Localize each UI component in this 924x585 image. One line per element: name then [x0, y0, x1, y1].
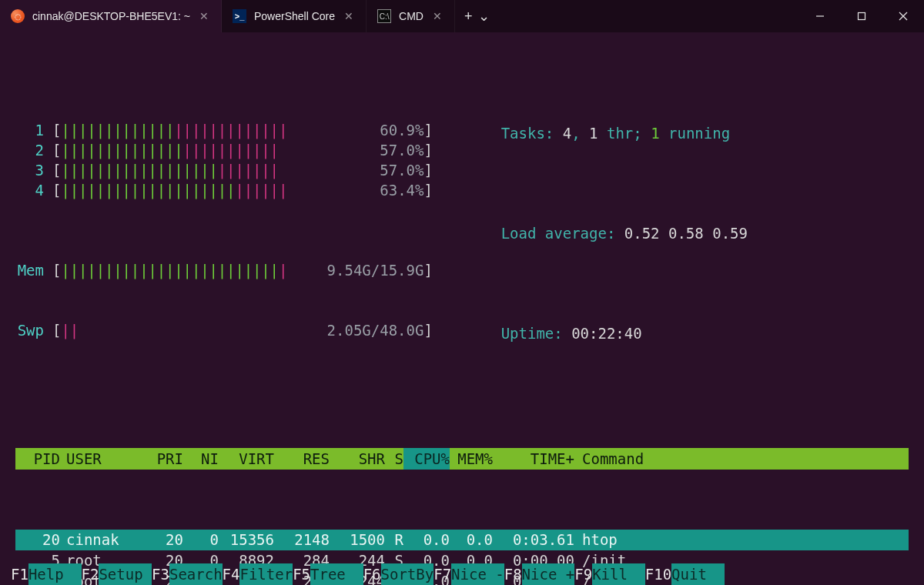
fkey-f8[interactable]: F8: [504, 563, 522, 585]
cpu-pct: 57.0%: [288, 140, 424, 160]
cpu-id: 3: [15, 160, 52, 180]
fkey-f1[interactable]: F1: [11, 563, 28, 585]
fkey-f2[interactable]: F2: [82, 563, 99, 585]
tab-powershell[interactable]: >_ PowerShell Core ✕: [222, 0, 367, 32]
close-icon[interactable]: ✕: [431, 10, 444, 22]
fkey-label[interactable]: Search: [169, 563, 223, 585]
fkey-f7[interactable]: F7: [434, 563, 451, 585]
fkey-label[interactable]: SortBy: [381, 563, 434, 585]
tab-ubuntu[interactable]: ◌ cinnak@DESKTOP-BHE5EV1: ~ ✕: [0, 0, 222, 32]
uptime: 00:22:40: [571, 325, 642, 342]
tab-label: CMD: [399, 10, 424, 22]
fkey-label[interactable]: Setup: [99, 563, 152, 585]
col-time[interactable]: TIME+: [493, 448, 574, 470]
fkey-f6[interactable]: F6: [363, 563, 381, 585]
close-button[interactable]: [882, 0, 924, 32]
mem-value: 9.54G/15.9G: [288, 260, 424, 280]
uptime-label: Uptime:: [501, 325, 572, 342]
running-count: 1: [651, 125, 659, 142]
fkey-label[interactable]: Tree: [310, 563, 363, 585]
fkey-label[interactable]: Help: [28, 563, 82, 585]
col-res[interactable]: RES: [274, 448, 330, 470]
col-shr[interactable]: SHR: [330, 448, 385, 470]
col-pid[interactable]: PID: [15, 448, 60, 470]
cpu-pct: 57.0%: [288, 160, 424, 180]
powershell-icon: >_: [233, 9, 246, 23]
tab-label: PowerShell Core: [254, 10, 335, 22]
fkey-label[interactable]: Nice +: [522, 563, 575, 585]
maximize-button[interactable]: [841, 0, 882, 32]
new-tab-button[interactable]: + ⌄: [455, 0, 500, 32]
plus-icon: +: [464, 9, 473, 23]
tasks-count: 4: [563, 125, 571, 142]
fkey-f9[interactable]: F9: [574, 563, 592, 585]
fkey-label[interactable]: Quit: [671, 563, 725, 585]
fkey-f3[interactable]: F3: [152, 563, 169, 585]
mem-label: Mem: [15, 260, 52, 280]
system-info: Tasks: 4, 1 thr; 1 running Load average:…: [448, 63, 748, 403]
col-cpu[interactable]: CPU%: [403, 448, 450, 470]
tab-label: cinnak@DESKTOP-BHE5EV1: ~: [32, 10, 190, 22]
col-user[interactable]: USER: [60, 448, 137, 470]
chevron-down-icon[interactable]: ⌄: [478, 9, 490, 23]
fkey-f5[interactable]: F5: [293, 563, 310, 585]
fkey-f4[interactable]: F4: [223, 563, 240, 585]
swp-label: Swp: [15, 320, 52, 340]
close-icon[interactable]: ✕: [343, 10, 355, 22]
terminal-output[interactable]: 1[||||||||||||||||||||||||||60.9%]2[||||…: [0, 32, 924, 585]
load-label: Load average:: [501, 225, 624, 242]
cpu-id: 1: [15, 120, 52, 140]
cmd-icon: C:\: [377, 9, 391, 23]
col-virt[interactable]: VIRT: [219, 448, 274, 470]
tasks-label: Tasks:: [501, 125, 563, 142]
tab-cmd[interactable]: C:\ CMD ✕: [367, 0, 455, 32]
cpu-id: 2: [15, 140, 52, 160]
col-pri[interactable]: PRI: [137, 448, 183, 470]
col-mem[interactable]: MEM%: [450, 448, 493, 470]
col-cmd[interactable]: Command: [574, 448, 909, 470]
minimize-button[interactable]: [799, 0, 841, 32]
cpu-pct: 63.4%: [288, 180, 424, 200]
thread-count: 1: [589, 125, 598, 142]
titlebar: ◌ cinnak@DESKTOP-BHE5EV1: ~ ✕ >_ PowerSh…: [0, 0, 924, 32]
svg-rect-1: [859, 13, 865, 20]
fkey-label[interactable]: Kill: [592, 563, 645, 585]
window-controls: [799, 0, 924, 32]
fkey-label[interactable]: Filter: [239, 563, 293, 585]
swp-value: 2.05G/48.0G: [288, 320, 424, 340]
ubuntu-icon: ◌: [11, 9, 25, 23]
process-header[interactable]: PID USER PRI NI VIRT RES SHR S CPU% MEM%…: [15, 448, 909, 470]
process-row[interactable]: 20cinnak2001535621481500R0.00.00:03.61ht…: [15, 530, 909, 550]
fkey-f10[interactable]: F10: [645, 563, 671, 585]
function-keys: F1Help F2Setup F3SearchF4FilterF5Tree F6…: [0, 563, 924, 585]
col-ni[interactable]: NI: [183, 448, 219, 470]
cpu-pct: 60.9%: [288, 120, 424, 140]
col-s[interactable]: S: [385, 448, 403, 470]
cpu-id: 4: [15, 180, 52, 200]
tabs: ◌ cinnak@DESKTOP-BHE5EV1: ~ ✕ >_ PowerSh…: [0, 0, 499, 32]
load-average: 0.52 0.58 0.59: [624, 225, 748, 242]
fkey-label[interactable]: Nice -: [451, 563, 504, 585]
close-icon[interactable]: ✕: [198, 10, 210, 22]
